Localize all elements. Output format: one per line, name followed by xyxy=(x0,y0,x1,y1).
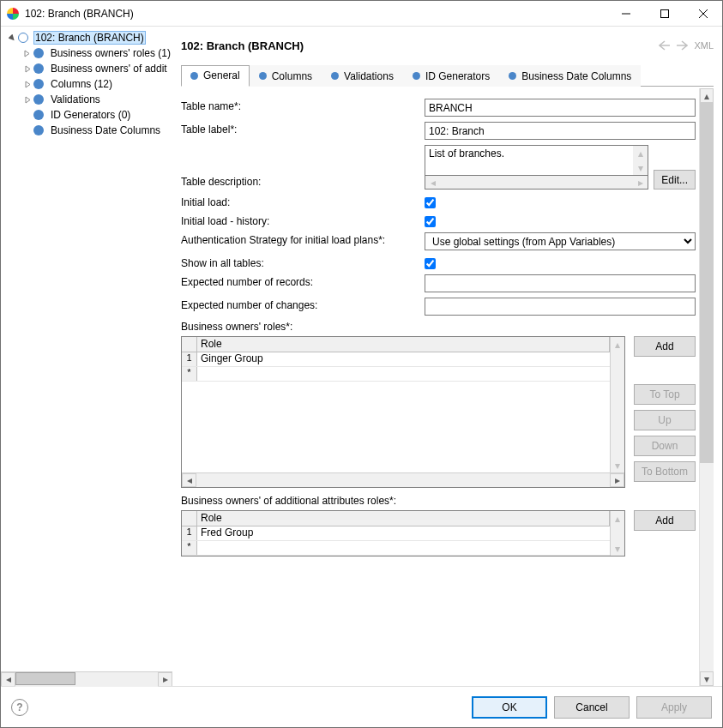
tree-item-label: ID Generators (0) xyxy=(49,109,132,121)
tab-general[interactable]: General xyxy=(181,65,250,87)
scroll-up-icon[interactable]: ▴ xyxy=(611,337,624,352)
scroll-right-icon[interactable]: ▸ xyxy=(610,473,624,487)
table-row[interactable]: 1 Ginger Group xyxy=(182,352,610,367)
scroll-down-icon[interactable]: ▾ xyxy=(633,160,648,175)
scroll-up-icon[interactable]: ▴ xyxy=(633,146,648,160)
add-button[interactable]: Add xyxy=(634,510,696,531)
table-row-new[interactable]: * xyxy=(182,541,610,556)
ok-button[interactable]: OK xyxy=(472,696,547,719)
window-close-button[interactable] xyxy=(684,1,722,26)
table-row[interactable]: 1 Fred Group xyxy=(182,526,610,541)
tab-row: General Columns Validations ID Generator… xyxy=(181,64,714,87)
scroll-thumb[interactable] xyxy=(15,672,75,685)
tab-id-generators[interactable]: ID Generators xyxy=(403,65,499,87)
grid-corner xyxy=(182,511,197,526)
tobottom-button[interactable]: To Bottom xyxy=(634,461,696,482)
node-icon xyxy=(33,63,44,74)
table-label-input[interactable] xyxy=(425,122,696,140)
form-area: Table name*: Table label*: Table descrip… xyxy=(181,87,699,686)
scroll-down-icon[interactable]: ▾ xyxy=(611,541,624,556)
grid-vscroll[interactable]: ▴ ▾ xyxy=(610,511,624,556)
window-title: 102: Branch (BRANCH) xyxy=(25,8,606,20)
tree-item[interactable]: ▸ ID Generators (0) xyxy=(3,107,172,123)
sidebar: 102: Branch (BRANCH) Business owners' ro… xyxy=(1,27,172,686)
grid-col-role[interactable]: Role xyxy=(197,337,610,352)
scroll-track[interactable] xyxy=(15,672,158,687)
help-icon[interactable]: ? xyxy=(11,699,28,716)
node-icon xyxy=(33,125,44,135)
tree-item-label: Business owners' of addit xyxy=(49,63,169,75)
scroll-right-icon[interactable]: ▸ xyxy=(633,176,648,189)
owners-additional-roles-label: Business owners' of additional attribute… xyxy=(181,495,696,507)
scroll-down-icon[interactable]: ▾ xyxy=(611,458,624,472)
tree-item[interactable]: Columns (12) xyxy=(3,76,172,92)
expected-changes-input[interactable] xyxy=(425,298,696,316)
initial-load-checkbox[interactable] xyxy=(425,197,436,208)
tree-item[interactable]: Business owners' of addit xyxy=(3,61,172,76)
up-button[interactable]: Up xyxy=(634,410,696,430)
initial-load-history-label: Initial load - history: xyxy=(181,214,425,227)
tab-columns[interactable]: Columns xyxy=(250,65,322,87)
tab-business-date-columns[interactable]: Business Date Columns xyxy=(499,65,641,87)
table-desc-textarea[interactable]: List of branches. xyxy=(425,146,633,173)
tab-label: Columns xyxy=(272,70,312,82)
expected-records-input[interactable] xyxy=(425,274,696,292)
scroll-up-icon[interactable]: ▴ xyxy=(611,511,624,526)
window-maximize-button[interactable] xyxy=(645,1,684,26)
expand-icon[interactable] xyxy=(21,93,33,105)
table-name-input[interactable] xyxy=(425,99,696,117)
table-label-label: Table label*: xyxy=(181,122,425,135)
cancel-button[interactable]: Cancel xyxy=(554,696,630,719)
sidebar-hscrollbar[interactable]: ◂ ▸ xyxy=(1,671,172,686)
expand-icon[interactable] xyxy=(21,78,33,90)
grid-col-role[interactable]: Role xyxy=(197,511,610,526)
tab-dot-icon xyxy=(509,72,516,80)
row-new-marker: * xyxy=(182,367,197,381)
scroll-thumb[interactable] xyxy=(700,103,714,463)
nav-forward-icon[interactable] xyxy=(675,39,689,52)
grid-corner xyxy=(182,337,197,352)
role-cell[interactable]: Ginger Group xyxy=(197,352,610,366)
window-minimize-button[interactable] xyxy=(606,1,645,26)
show-all-checkbox[interactable] xyxy=(425,258,436,269)
tree-item-label: Business Date Columns xyxy=(49,124,162,136)
tab-label: ID Generators xyxy=(425,70,490,82)
owners-roles-grid[interactable]: Role 1 Ginger Group xyxy=(181,336,625,488)
down-button[interactable]: Down xyxy=(634,436,696,456)
totop-button[interactable]: To Top xyxy=(634,384,696,405)
scroll-left-icon[interactable]: ◂ xyxy=(182,473,196,487)
role-cell[interactable]: Fred Group xyxy=(197,526,610,540)
table-row-new[interactable]: * xyxy=(182,367,610,382)
initial-load-history-checkbox[interactable] xyxy=(425,216,436,227)
nav-back-icon[interactable] xyxy=(658,39,672,52)
scroll-left-icon[interactable]: ◂ xyxy=(1,672,15,687)
add-button[interactable]: Add xyxy=(634,336,696,357)
expand-icon[interactable] xyxy=(6,32,18,44)
tree-item[interactable]: Business owners' roles (1) xyxy=(3,45,172,61)
main-panel: 102: Branch (BRANCH) XML General Columns… xyxy=(172,27,722,686)
owners-roles-label: Business owners' roles*: xyxy=(181,321,696,333)
expand-icon[interactable] xyxy=(21,63,33,75)
grid-hscroll[interactable]: ◂ ▸ xyxy=(182,472,624,487)
scroll-up-icon[interactable]: ▴ xyxy=(700,88,714,103)
expand-icon[interactable] xyxy=(21,47,33,59)
role-cell-empty[interactable] xyxy=(197,367,610,381)
node-icon xyxy=(33,48,44,58)
grid-vscroll[interactable]: ▴ ▾ xyxy=(610,337,624,472)
xml-link[interactable]: XML xyxy=(694,40,714,51)
scroll-down-icon[interactable]: ▾ xyxy=(700,671,714,686)
auth-strategy-select[interactable]: Use global settings (from App Variables) xyxy=(425,232,696,250)
textarea-vscroll[interactable]: ▴▾ xyxy=(633,146,648,175)
edit-button[interactable]: Edit... xyxy=(654,170,696,190)
form-vscrollbar[interactable]: ▴ ▾ xyxy=(699,88,714,686)
tree-item[interactable]: ▸ Business Date Columns xyxy=(3,123,172,138)
tab-label: General xyxy=(203,69,240,81)
role-cell-empty[interactable] xyxy=(197,541,610,555)
tree-item[interactable]: Validations xyxy=(3,92,172,107)
scroll-left-icon[interactable]: ◂ xyxy=(425,176,440,189)
owners-additional-roles-grid[interactable]: Role 1 Fred Group xyxy=(181,510,625,557)
tree-root[interactable]: 102: Branch (BRANCH) xyxy=(3,30,172,45)
scroll-right-icon[interactable]: ▸ xyxy=(158,672,172,687)
tab-validations[interactable]: Validations xyxy=(322,65,403,87)
apply-button[interactable]: Apply xyxy=(636,696,712,719)
